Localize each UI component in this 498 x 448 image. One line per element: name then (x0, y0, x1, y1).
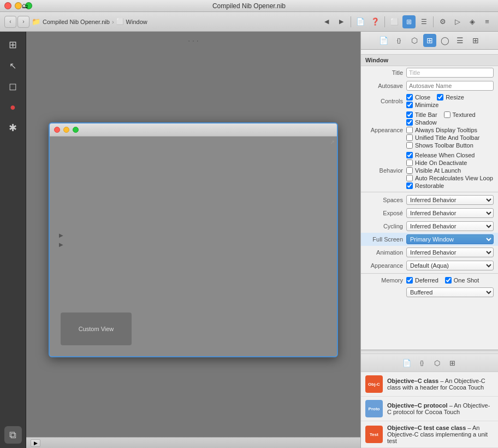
title-value (406, 68, 494, 78)
sidebar-item-apps[interactable]: ⊞ (4, 36, 22, 54)
run-btn[interactable]: ▷ (451, 15, 464, 28)
resize-checkbox[interactable] (437, 94, 443, 101)
auto-recalc-checkbox[interactable] (406, 175, 413, 181)
sidebar-item-arrow[interactable]: ↖ (4, 57, 22, 74)
left-sidebar: ⊞ ↖ ◻ ● ✱ ⧉ (0, 32, 26, 448)
view-toggle-1[interactable]: ⬜ (388, 15, 401, 28)
animation-select[interactable]: Inferred Behavior (406, 247, 494, 257)
file-inspector-btn[interactable]: 📄 (354, 15, 367, 28)
close-checkbox[interactable] (406, 94, 413, 101)
close-label: Close (415, 94, 430, 101)
spaces-select[interactable]: Inferred Behavior (406, 195, 494, 205)
title-input[interactable] (406, 68, 494, 78)
titlebar-checkbox[interactable] (406, 111, 413, 118)
shows-toolbar-label: Shows Toolbar Button (415, 142, 473, 149)
sidebar-item-tools[interactable]: ✱ (4, 119, 22, 137)
autosave-label: Autosave (365, 82, 406, 89)
window-icon: 🗂 (22, 2, 28, 10)
preview-body: ↗ Custom View (50, 137, 337, 356)
back-button[interactable]: ‹ (4, 16, 16, 28)
library-item-objc-class[interactable]: Obj-C Objective–C class – An Objective-C… (361, 372, 498, 397)
buffered-select[interactable]: Buffered (406, 287, 494, 297)
rp-circle-btn[interactable]: ◯ (438, 34, 452, 47)
release-checkbox[interactable] (406, 152, 413, 158)
expose-row: Exposé Inferred Behavior (361, 207, 498, 220)
cycling-value: Inferred Behavior (406, 221, 494, 231)
textured-checkbox[interactable] (444, 111, 450, 118)
expose-select[interactable]: Inferred Behavior (406, 208, 494, 218)
sidebar-item-layers[interactable]: ⧉ (4, 426, 22, 444)
shadow-label: Shadow (415, 119, 437, 126)
rp-code-btn[interactable]: {} (393, 34, 406, 47)
share-btn[interactable]: ≡ (481, 15, 494, 28)
fullscreen-row: Full Screen Primary Window (361, 233, 498, 246)
fullscreen-select[interactable]: Primary Window (406, 234, 494, 244)
preview-maximize-btn (73, 127, 79, 133)
title-bar: 🗂 Compiled Nib Opener.nib (0, 0, 498, 12)
debug-btn[interactable]: ◈ (466, 15, 479, 28)
library-item-objc-test[interactable]: Test Objective–C test case class – An Ob… (361, 421, 498, 448)
bottom-panel-toolbar: 📄 {} ⬡ ⊞ (361, 354, 498, 372)
sidebar-item-cube[interactable]: ◻ (4, 78, 22, 95)
stop-button[interactable]: ▶ (335, 15, 348, 28)
autosave-input[interactable] (406, 81, 494, 91)
textured-label: Textured (453, 111, 476, 118)
rp-link-btn[interactable]: ⊞ (469, 34, 482, 47)
close-button[interactable] (4, 2, 11, 9)
buffered-value: Buffered (406, 287, 494, 297)
visible-checkbox[interactable] (406, 167, 413, 174)
bp-file-btn[interactable]: 📄 (400, 356, 413, 369)
auto-recalc-label: Auto Recalculates View Loop (415, 175, 493, 181)
always-tooltips-checkbox[interactable] (406, 127, 413, 133)
library-item-objc-protocol[interactable]: Proto Objective–C protocol – An Objectiv… (361, 397, 498, 421)
bp-code-btn[interactable]: {} (416, 356, 429, 369)
lib-text-test: Objective–C test case class – An Objecti… (387, 425, 494, 444)
lib-icon-proto-label: Proto (369, 406, 380, 411)
minimize-button[interactable] (15, 2, 22, 9)
add-object-button[interactable]: ▶ (31, 439, 40, 447)
deferred-checkbox[interactable] (406, 277, 413, 284)
restorable-checkbox[interactable] (406, 182, 413, 189)
play-button[interactable]: ◀ (320, 15, 333, 28)
quick-help-btn[interactable]: ❓ (369, 15, 382, 28)
main-content: ⊞ ↖ ◻ ● ✱ ⧉ · · · ↗ Custom View ▶ (0, 32, 498, 448)
hide-label: Hide On Deactivate (415, 160, 467, 166)
animation-row: Animation Inferred Behavior (361, 246, 498, 259)
right-panel: 📄 {} ⬡ ⊞ ◯ ☰ ⊞ Window Title Autosave (360, 32, 498, 448)
buffered-row: Buffered (361, 286, 498, 299)
shows-toolbar-checkbox[interactable] (406, 142, 413, 149)
rp-stack-btn[interactable]: ☰ (454, 34, 467, 47)
title-row: Title (361, 66, 498, 79)
one-shot-checkbox[interactable] (445, 277, 452, 284)
rp-file-btn[interactable]: 📄 (377, 34, 390, 47)
preview-titlebar (50, 123, 337, 137)
lib-text-proto: Objective–C protocol – An Objective-C pr… (387, 402, 494, 415)
rp-object-btn[interactable]: ⬡ (408, 34, 421, 47)
shadow-checkbox[interactable] (406, 119, 413, 126)
appearance-select[interactable]: Default (Aqua) (406, 261, 494, 270)
cycling-select[interactable]: Inferred Behavior (406, 221, 494, 231)
view-toggle-3[interactable]: ☰ (417, 15, 430, 28)
behavior-label: Behavior (365, 167, 406, 174)
breadcrumb-window[interactable]: Window (126, 19, 147, 25)
forward-button[interactable]: › (17, 16, 29, 28)
expose-label: Exposé (365, 210, 406, 216)
bp-table-btn[interactable]: ⊞ (446, 356, 459, 369)
minimize-checkbox[interactable] (406, 102, 413, 108)
sidebar-item-sphere[interactable]: ● (4, 98, 22, 116)
hide-checkbox[interactable] (406, 160, 413, 166)
lib-text-objc: Objective–C class – An Objective-C class… (387, 378, 494, 391)
app-title: Compiled Nib Opener.nib (212, 2, 286, 10)
restorable-label: Restorable (415, 182, 444, 189)
rp-table-btn[interactable]: ⊞ (423, 34, 436, 47)
breadcrumb-nib[interactable]: Compiled Nib Opener.nib (43, 19, 110, 25)
window-preview: ↗ Custom View (49, 122, 338, 357)
nav-buttons: ‹ › (4, 16, 29, 28)
view-toggle-2[interactable]: ⊞ (402, 15, 416, 28)
settings-btn[interactable]: ⚙ (436, 15, 449, 28)
appearance-cb-label: Appearance (365, 127, 406, 133)
autosave-value (406, 81, 494, 91)
bp-object-btn[interactable]: ⬡ (431, 356, 444, 369)
controls-label: Controls (365, 98, 406, 104)
unified-checkbox[interactable] (406, 134, 413, 141)
